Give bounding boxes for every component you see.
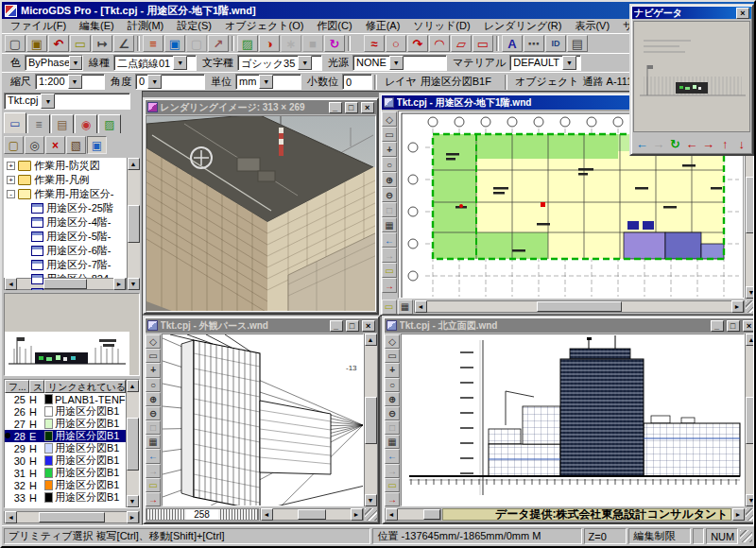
navigator-window[interactable]: ナビゲータ × ←→↻←→↑↓ bbox=[629, 4, 754, 156]
menu-item-計測(M)[interactable]: 計測(M) bbox=[121, 19, 171, 33]
menu-item-レンダリング(R)[interactable]: レンダリング(R) bbox=[477, 19, 569, 33]
resize-grip[interactable] bbox=[740, 530, 752, 542]
navigator-titlebar[interactable]: ナビゲータ × bbox=[632, 7, 751, 19]
scroll-right-icon[interactable]: ► bbox=[732, 508, 745, 521]
tree-item[interactable]: 用途区分-7階- bbox=[5, 258, 126, 272]
grid-toggle-icon[interactable]: ▦ bbox=[398, 300, 413, 315]
elevation-canvas[interactable] bbox=[401, 334, 745, 506]
chevron-down-icon[interactable]: ▼ bbox=[562, 56, 576, 70]
perspective-hscrollbar[interactable]: ◄ ► bbox=[260, 508, 364, 521]
resize-grip[interactable] bbox=[746, 508, 754, 521]
zoom-in-icon[interactable]: ⊕ bbox=[385, 392, 400, 406]
scroll-down-icon[interactable]: ▼ bbox=[746, 494, 754, 506]
view-save-icon[interactable]: ▭ bbox=[385, 478, 400, 492]
view-forward-icon[interactable]: → bbox=[385, 464, 400, 478]
scroll-thumb[interactable] bbox=[43, 279, 87, 289]
view-forward-icon[interactable]: → bbox=[146, 464, 161, 478]
material-combo[interactable]: DEFAULT ▼ bbox=[509, 55, 581, 71]
scroll-right-icon[interactable]: ► bbox=[731, 300, 744, 313]
scroll-down-icon[interactable]: ▼ bbox=[128, 278, 140, 290]
menu-item-編集(E)[interactable]: 編集(E) bbox=[73, 19, 121, 33]
view-back-icon[interactable]: ← bbox=[385, 449, 400, 463]
zoom-tool-icon[interactable]: ○ bbox=[385, 378, 400, 392]
scroll-right-icon[interactable]: ► bbox=[127, 511, 139, 523]
view-forward-icon[interactable]: → bbox=[382, 248, 397, 263]
expand-toggle-icon[interactable]: + bbox=[7, 176, 15, 184]
scroll-thumb[interactable] bbox=[39, 512, 105, 522]
scale-combo[interactable]: 1:200 ▼ bbox=[35, 74, 105, 90]
lasso-tool-icon[interactable]: ∗ bbox=[281, 35, 301, 52]
elevation-hscrollbar[interactable]: ◄ bbox=[385, 508, 441, 521]
scroll-down-icon[interactable]: ▼ bbox=[365, 494, 377, 506]
view-refresh-icon[interactable]: → bbox=[385, 492, 400, 506]
scroll-up-icon[interactable]: ▲ bbox=[127, 380, 139, 392]
nav-down-icon[interactable]: ↓ bbox=[734, 136, 748, 151]
new-document-icon[interactable]: ▢ bbox=[5, 35, 26, 52]
chevron-down-icon[interactable]: ▼ bbox=[68, 75, 82, 89]
column-header[interactable]: フ... bbox=[5, 380, 29, 393]
resize-grip[interactable] bbox=[365, 508, 377, 521]
tab-help[interactable]: ◉ bbox=[75, 114, 97, 133]
scroll-up-icon[interactable]: ▲ bbox=[746, 334, 754, 346]
circle-tool-icon[interactable]: ○ bbox=[386, 35, 406, 52]
fill-tool-icon[interactable]: ■ bbox=[302, 35, 323, 52]
new-window-icon[interactable]: ▢ bbox=[4, 136, 24, 154]
image-tool-icon[interactable]: ▨ bbox=[237, 35, 258, 52]
chevron-down-icon[interactable]: ▼ bbox=[69, 56, 82, 70]
view-extents-icon[interactable]: ▭ bbox=[385, 349, 400, 363]
scroll-thumb[interactable] bbox=[746, 177, 754, 233]
tab-windows[interactable]: ▭ bbox=[4, 112, 26, 133]
scroll-left-icon[interactable]: ◄ bbox=[261, 508, 273, 521]
layer-row[interactable]: 33H用途区分図B1 bbox=[5, 491, 126, 504]
dash-tool-icon[interactable]: ⋯ bbox=[524, 35, 544, 52]
nav-forward-icon[interactable]: → bbox=[652, 136, 666, 151]
zoom-value[interactable]: 258 bbox=[186, 509, 218, 520]
scroll-right-icon[interactable]: ► bbox=[113, 278, 126, 290]
add-object-icon[interactable]: ▣ bbox=[164, 35, 185, 52]
zoom-window-icon[interactable]: □ bbox=[382, 202, 397, 217]
menu-item-ファイル(F)[interactable]: ファイル(F) bbox=[4, 19, 73, 33]
chevron-down-icon[interactable]: ▼ bbox=[389, 56, 404, 70]
linetype-combo[interactable]: 二点鎖線01 ▼ bbox=[113, 55, 197, 71]
scroll-left-icon[interactable]: ◄ bbox=[5, 511, 17, 523]
tree-item[interactable]: 用途区分-4階- bbox=[5, 215, 126, 230]
chevron-down-icon[interactable]: ▼ bbox=[298, 56, 312, 70]
elevation-vscrollbar[interactable]: ▲ ▼ bbox=[745, 334, 754, 506]
perspective-vscrollbar[interactable]: ▲ ▼ bbox=[364, 334, 377, 506]
scroll-down-icon[interactable]: ▼ bbox=[746, 286, 754, 299]
scroll-left-icon[interactable]: ◄ bbox=[415, 300, 427, 313]
table-hscrollbar[interactable]: ◄ ► bbox=[4, 511, 140, 523]
column-header[interactable]: ス bbox=[29, 380, 44, 393]
render-image-window[interactable]: レンダリングイメージ: 313 × 269 _ □ × bbox=[143, 97, 379, 315]
tree-item[interactable]: -作業用-用途区分- bbox=[5, 187, 126, 201]
text-tool-icon[interactable]: A bbox=[502, 35, 523, 52]
view-refresh-icon[interactable]: → bbox=[382, 278, 397, 293]
undo-icon[interactable]: ↶ bbox=[48, 35, 69, 52]
render-canvas[interactable] bbox=[146, 115, 376, 312]
decimals-field[interactable]: 0 bbox=[342, 74, 372, 90]
textstyle-combo[interactable]: ゴシック35 ▼ bbox=[237, 55, 322, 71]
polyline-tool-icon[interactable]: ≈ bbox=[364, 35, 385, 52]
angle-combo[interactable]: 0 ▼ bbox=[135, 74, 205, 90]
tree-vscrollbar[interactable]: ▲ ▼ bbox=[127, 158, 140, 290]
table-vscrollbar[interactable]: ▲ ▼ bbox=[126, 380, 139, 507]
close-icon[interactable]: × bbox=[743, 320, 754, 332]
zoom-in-icon[interactable]: ⊕ bbox=[382, 172, 397, 187]
zoom-out-icon[interactable]: ⊖ bbox=[146, 406, 161, 420]
view-3d-icon[interactable]: ◇ bbox=[382, 111, 397, 127]
scroll-up-icon[interactable]: ▲ bbox=[365, 334, 377, 346]
minimize-icon[interactable]: _ bbox=[711, 320, 724, 332]
nav-up-icon[interactable]: ↑ bbox=[718, 136, 732, 151]
arc-tool-icon[interactable]: ◠ bbox=[429, 35, 450, 52]
nav-refresh-icon[interactable]: ↻ bbox=[668, 136, 682, 151]
tree-item[interactable]: 用途区分-6階- bbox=[5, 244, 126, 258]
menu-item-修正(A)[interactable]: 修正(A) bbox=[359, 19, 407, 33]
tab-styles[interactable]: ▤ bbox=[51, 114, 74, 133]
light-combo[interactable]: NONE ▼ bbox=[352, 55, 447, 71]
tree-item[interactable]: 用途区分-25階 bbox=[5, 201, 126, 215]
zoom-window-icon[interactable]: □ bbox=[146, 420, 161, 435]
zoom-in-icon[interactable]: ⊕ bbox=[146, 392, 161, 406]
zoom-slider[interactable]: 258 bbox=[146, 508, 259, 521]
window-titlebar[interactable]: レンダリングイメージ: 313 × 269 _ □ × bbox=[146, 100, 376, 114]
minimize-icon[interactable]: _ bbox=[329, 102, 342, 113]
